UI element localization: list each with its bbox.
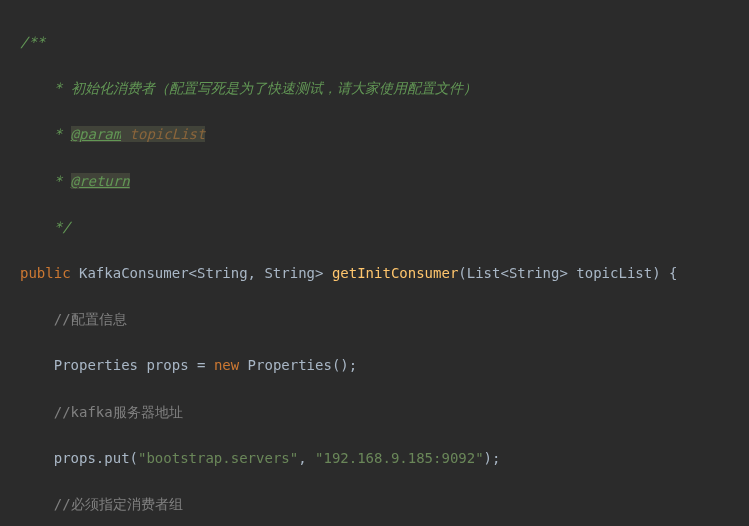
- javadoc-start: /**: [20, 34, 45, 50]
- javadoc-text: *: [45, 80, 70, 96]
- code-line: * @return: [0, 170, 749, 193]
- code-line: Properties props = new Properties();: [0, 354, 749, 377]
- code-line: */: [0, 216, 749, 239]
- javadoc-text: *: [45, 126, 70, 142]
- code-line: //配置信息: [0, 308, 749, 331]
- string-literal: "192.168.9.185:9092": [315, 450, 484, 466]
- method-name: getInitConsumer: [332, 265, 458, 281]
- keyword-new: new: [214, 357, 239, 373]
- string-literal: "bootstrap.servers": [138, 450, 298, 466]
- keyword-public: public: [20, 265, 71, 281]
- javadoc-return-tag: @return: [71, 173, 130, 189]
- code-line: /**: [0, 31, 749, 54]
- javadoc-text: *: [45, 173, 70, 189]
- javadoc-param-name: topicList: [121, 126, 205, 142]
- line-comment: //kafka服务器地址: [54, 404, 183, 420]
- javadoc-end: */: [45, 219, 70, 235]
- line-comment: //配置信息: [54, 311, 127, 327]
- code-line: public KafkaConsumer<String, String> get…: [0, 262, 749, 285]
- code-editor[interactable]: /** * 初始化消费者（配置写死是为了快速测试，请大家使用配置文件） * @p…: [0, 8, 749, 526]
- code-line: * @param topicList: [0, 123, 749, 146]
- code-line: props.put("bootstrap.servers", "192.168.…: [0, 447, 749, 470]
- code-line: //必须指定消费者组: [0, 493, 749, 516]
- code-line: * 初始化消费者（配置写死是为了快速测试，请大家使用配置文件）: [0, 77, 749, 100]
- code-line: //kafka服务器地址: [0, 401, 749, 424]
- line-comment: //必须指定消费者组: [54, 496, 183, 512]
- javadoc-param-tag: @param: [71, 126, 122, 142]
